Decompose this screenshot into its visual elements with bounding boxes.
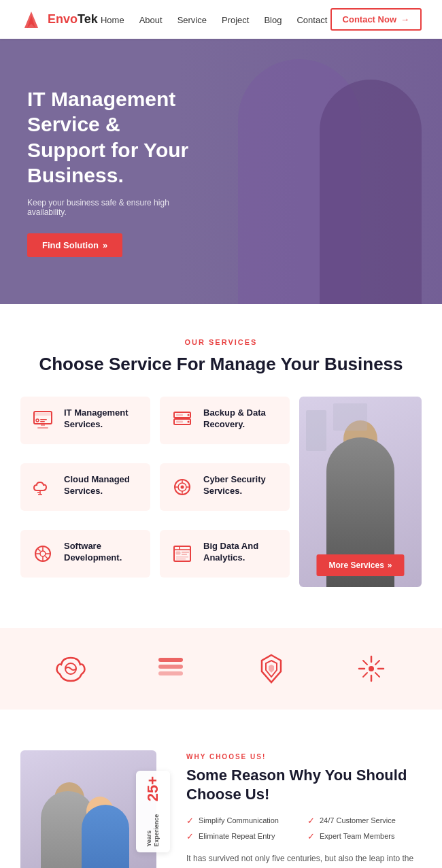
services-image: More Services » [299,397,422,587]
service-name-cyber: Cyber Security Services. [203,474,280,497]
svg-rect-13 [176,414,183,416]
service-name-cloud: Cloud Managed Services. [64,474,141,497]
arrow-icon: → [401,14,409,24]
svg-marker-47 [269,665,274,673]
svg-line-55 [375,661,379,665]
navbar: EnvoTek Home About Service Project Blog … [0,0,442,39]
nav-about[interactable]: About [139,15,163,25]
nav-service[interactable]: Service [177,15,207,25]
nav-home[interactable]: Home [101,15,124,25]
cyber-icon [169,474,195,500]
check-icon-1: ✓ [186,816,194,826]
why-desc-1: It has survived not only five centuries,… [186,852,422,868]
experience-number: 25+ [144,776,162,801]
hero-title: IT Management Service & Support for Your… [27,86,190,188]
svg-point-4 [36,419,39,422]
why-title: Some Reason Why You Should Choose Us! [186,766,422,805]
service-card-backup[interactable]: Backup & Data Recovery. [160,397,290,444]
feature-label-1: Simplify Communication [199,816,279,824]
svg-line-53 [363,661,367,665]
check-icon-2: ✓ [307,816,315,826]
svg-line-54 [375,673,379,677]
find-solution-button[interactable]: Find Solution » [27,233,122,257]
feature-label-4: Expert Team Members [320,832,394,840]
svg-point-26 [40,551,46,556]
svg-rect-3 [34,413,52,416]
svg-rect-6 [40,421,45,422]
arrow-icon: » [388,561,392,570]
services-title: Choose Service For Manage Your Business [20,353,422,376]
feature-247: ✓ 24/7 Customer Service [307,816,422,826]
service-card-software[interactable]: Software Development. [20,530,150,578]
svg-rect-38 [182,554,187,555]
svg-point-11 [188,414,190,416]
svg-point-20 [181,485,184,488]
contact-now-button[interactable]: Contact Now → [330,8,422,31]
more-services-button[interactable]: More Services » [316,554,404,576]
service-card-cyber[interactable]: Cyber Security Services. [160,463,290,511]
svg-rect-43 [158,665,183,669]
svg-rect-42 [158,658,183,662]
service-card-bigdata[interactable]: Big Data And Analytics. [160,530,290,578]
svg-rect-5 [40,419,47,420]
service-name-it: IT Management Services. [64,407,141,431]
cloud-icon [30,474,56,500]
svg-rect-36 [176,552,180,554]
svg-rect-39 [176,556,188,558]
partner-icon-1 [50,648,91,689]
why-features: ✓ Simplify Communication ✓ 24/7 Customer… [186,816,422,841]
check-icon-3: ✓ [186,831,194,841]
service-name-backup: Backup & Data Recovery. [203,407,280,431]
nav-project[interactable]: Project [222,15,249,25]
experience-badge: 25+ Years Experience [136,771,170,852]
svg-rect-14 [176,420,183,422]
svg-rect-37 [182,552,189,553]
svg-point-12 [188,420,190,422]
feature-label-3: Eliminate Repeat Entry [199,832,275,840]
bigdata-icon [169,541,195,567]
nav-blog[interactable]: Blog [264,15,282,25]
partners-section [0,628,442,710]
services-tag: OUR SERVICES [20,338,422,346]
backup-icon [169,407,195,433]
service-card-it-management[interactable]: IT Management Services. [20,397,150,444]
why-tag: WHY CHOOSE US! [186,753,422,761]
why-section: 25+ Years Experience " It has survived n… [0,723,442,868]
why-image-column: 25+ Years Experience " It has survived n… [20,750,170,868]
hero-subtitle: Keep your business safe & ensure high av… [27,198,190,217]
svg-line-31 [37,548,41,552]
partner-icon-2 [150,648,191,689]
partner-icon-3 [251,648,292,689]
service-name-software: Software Development. [64,541,141,564]
feature-simplify: ✓ Simplify Communication [186,816,301,826]
svg-point-48 [369,666,374,671]
service-name-bigdata: Big Data And Analytics. [203,541,280,564]
svg-rect-7 [41,424,45,426]
arrow-icon: » [103,240,107,250]
logo-text: EnvoTek [48,12,98,27]
hero-section: IT Management Service & Support for Your… [0,39,442,304]
it-management-icon [30,407,56,433]
feature-eliminate: ✓ Eliminate Repeat Entry [186,831,301,841]
feature-expert: ✓ Expert Team Members [307,831,422,841]
logo-icon [20,9,42,31]
services-section: OUR SERVICES Choose Service For Manage Y… [0,304,442,614]
services-grid: IT Management Services. Backup & Data Re… [20,397,422,587]
svg-line-56 [363,673,367,677]
check-icon-4: ✓ [307,831,315,841]
hero-person2 [320,80,422,304]
svg-rect-8 [37,427,48,429]
feature-label-2: 24/7 Customer Service [320,816,396,824]
service-card-cloud[interactable]: Cloud Managed Services. [20,463,150,511]
partner-icon-4 [351,648,392,689]
software-icon [30,541,56,567]
nav-links: Home About Service Project Blog Contact [101,14,327,26]
logo[interactable]: EnvoTek [20,9,98,31]
experience-label: Years Experience [146,804,160,847]
svg-rect-44 [158,671,183,675]
why-person2-body [82,805,129,868]
why-content: WHY CHOOSE US! Some Reason Why You Shoul… [186,750,422,868]
nav-contact[interactable]: Contact [296,15,327,25]
svg-line-32 [46,556,49,559]
svg-rect-40 [176,558,186,560]
